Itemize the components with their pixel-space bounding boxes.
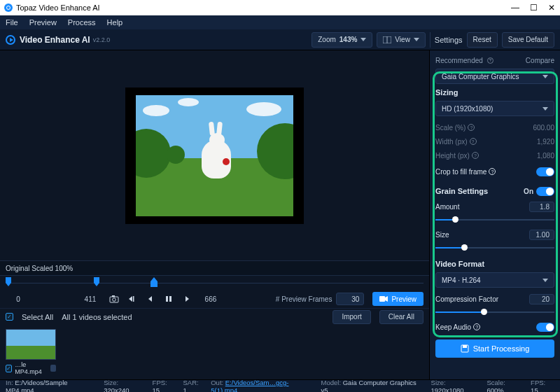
frame-start: 0 [6, 295, 31, 303]
app-top-bar: Video Enhance AI v2.2.0 Zoom 143% View S… [0, 29, 560, 50]
preview-scale-label: Original Scaled 100% [0, 260, 429, 276]
grain-size-slider[interactable] [435, 243, 554, 253]
compression-slider[interactable] [435, 307, 554, 317]
grain-amount-value[interactable]: 1.8 [529, 202, 554, 212]
view-icon [383, 36, 391, 43]
svg-rect-4 [112, 295, 115, 297]
chevron-down-icon [542, 107, 548, 111]
menu-bar: File Preview Process Help [0, 15, 560, 29]
video-frame[interactable] [125, 88, 304, 224]
thumb-image [6, 329, 56, 360]
import-button[interactable]: Import [332, 310, 370, 324]
grain-amount-slider[interactable] [435, 215, 554, 225]
select-all-checkbox[interactable]: ✓ [6, 313, 13, 321]
status-bar: In: E:/Videos/Sample MP4.mp4 Size: 320x2… [0, 379, 560, 392]
reset-button[interactable]: Reset [467, 32, 498, 48]
clear-all-button[interactable]: Clear All [379, 310, 424, 324]
status-in-path: E:/Videos/Sample MP4.mp4 [6, 379, 68, 393]
settings-panel: Recommended ? Compare Gaia Computer Grap… [429, 50, 560, 379]
crop-fill-toggle[interactable] [536, 167, 554, 176]
svg-point-3 [113, 298, 116, 302]
pause-button[interactable] [162, 293, 176, 305]
save-icon [461, 344, 469, 353]
menu-help[interactable]: Help [107, 18, 123, 27]
thumb-checkbox[interactable]: ✓ [6, 365, 12, 372]
menu-file[interactable]: File [6, 18, 18, 27]
help-icon[interactable]: ? [468, 124, 475, 131]
window-close-button[interactable]: ✕ [547, 3, 556, 13]
svg-rect-5 [133, 296, 134, 302]
skip-back-button[interactable] [125, 293, 139, 305]
scale-field: Scale (%)?600.00 [435, 120, 554, 134]
video-list-bar: ✓ Select All All 1 videos selected Impor… [0, 308, 429, 325]
svg-rect-7 [169, 296, 172, 302]
frame-current: 411 [78, 295, 103, 303]
select-all-label[interactable]: Select All [22, 313, 53, 321]
app-icon [4, 4, 13, 12]
playhead-handle[interactable] [150, 277, 158, 287]
grain-section-title: Grain Settings On [435, 187, 554, 195]
step-back-button[interactable] [144, 293, 158, 305]
window-maximize-button[interactable]: ☐ [529, 3, 538, 13]
help-icon[interactable]: ? [472, 152, 479, 159]
grain-amount-row: Amount1.8 [435, 200, 554, 214]
preview-frames-label: # Preview Frames [276, 295, 332, 303]
keep-audio-toggle[interactable] [536, 323, 554, 332]
help-icon[interactable]: ? [470, 138, 477, 145]
menu-preview[interactable]: Preview [29, 18, 57, 27]
chevron-down-icon [542, 279, 548, 282]
chevron-down-icon [360, 38, 366, 41]
save-default-button[interactable]: Save Default [502, 32, 554, 48]
selected-count-label: All 1 videos selected [62, 313, 132, 321]
main-left-pane: Original Scaled 100% 0 411 666 # Preview… [0, 50, 429, 379]
settings-label: Settings [435, 36, 463, 44]
range-start-handle[interactable] [6, 277, 13, 287]
compression-row: Compression Factor20 [435, 292, 554, 306]
menu-process[interactable]: Process [68, 18, 96, 27]
window-titlebar: Topaz Video Enhance AI — ☐ ✕ [0, 0, 560, 15]
help-icon[interactable]: ? [489, 168, 496, 175]
svg-rect-8 [379, 296, 385, 302]
video-format-dropdown[interactable]: MP4 · H.264 [435, 272, 554, 288]
preview-area [0, 50, 429, 260]
snapshot-button[interactable] [107, 293, 121, 305]
grain-on-toggle[interactable] [536, 187, 554, 196]
step-fwd-button[interactable] [180, 293, 194, 305]
model-dropdown[interactable]: Gaia Computer Graphics [435, 69, 554, 84]
compare-link[interactable]: Compare [526, 57, 554, 64]
zoom-label: Zoom [318, 36, 336, 43]
grain-size-value[interactable]: 1.00 [529, 230, 554, 240]
size-preset-dropdown[interactable]: HD (1920x1080) [435, 101, 554, 116]
frame-end: 666 [198, 295, 223, 303]
help-icon[interactable]: ? [487, 57, 493, 64]
zoom-control[interactable]: Zoom 143% [312, 32, 372, 48]
camera-icon [379, 295, 388, 302]
divider [430, 32, 430, 48]
range-end-handle[interactable] [94, 277, 101, 287]
thumb-filename: …le MP4.mp4 [15, 361, 48, 375]
preview-frames-input[interactable]: 30 [336, 293, 364, 305]
help-icon[interactable]: ? [473, 323, 480, 330]
video-thumb-strip: ✓ …le MP4.mp4 [0, 325, 429, 379]
video-format-title: Video Format [435, 260, 554, 268]
window-title: Topaz Video Enhance AI [16, 4, 100, 12]
start-processing-button[interactable]: Start Processing [435, 340, 554, 358]
preview-button[interactable]: Preview [372, 292, 424, 306]
playback-toolbar: 0 411 666 # Preview Frames 30 Preview [0, 290, 429, 308]
app-logo-icon [6, 35, 15, 45]
window-minimize-button[interactable]: — [511, 3, 519, 13]
app-title: Video Enhance AI [20, 35, 90, 45]
video-thumb-item[interactable]: ✓ …le MP4.mp4 [6, 329, 56, 375]
recommended-label: Recommended [435, 57, 483, 64]
app-version: v2.2.0 [93, 36, 111, 43]
timeline[interactable] [0, 276, 429, 290]
view-control[interactable]: View [377, 32, 426, 48]
view-label: View [395, 36, 410, 43]
chevron-down-icon [542, 75, 548, 78]
grain-size-row: Size1.00 [435, 227, 554, 241]
lock-icon [50, 365, 56, 372]
video-still [136, 95, 293, 216]
keep-audio-row: Keep Audio? [435, 320, 554, 334]
compression-value[interactable]: 20 [529, 294, 554, 304]
svg-rect-6 [166, 296, 168, 302]
